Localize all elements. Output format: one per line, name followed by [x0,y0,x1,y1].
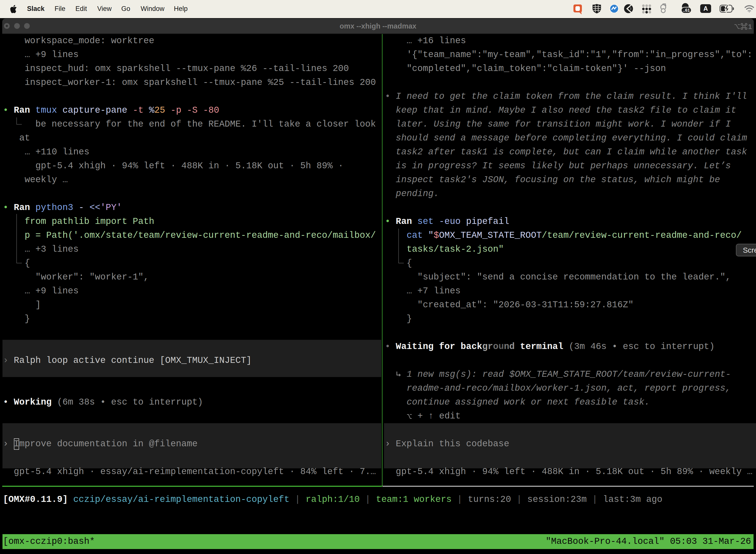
svg-text:..61: ..61 [683,8,690,13]
